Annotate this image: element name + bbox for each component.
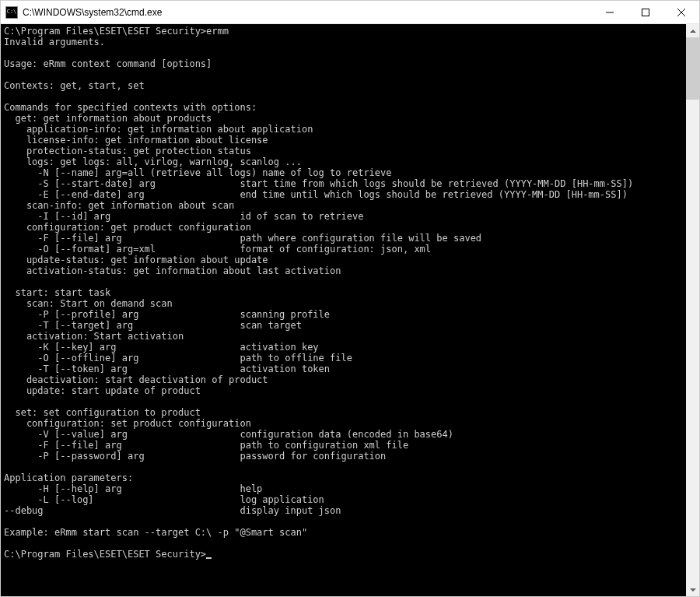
terminal-line: Contexts: get, start, set	[4, 80, 145, 91]
terminal-line: -T [--token] arg activation token	[4, 363, 330, 374]
terminal-line: protection-status: get protection status	[4, 146, 251, 156]
terminal-line: deactivation: start deactivation of prod…	[4, 374, 268, 385]
terminal-line: -F [--file] arg path to configuration xm…	[4, 440, 408, 451]
terminal-line: license-info: get information about lice…	[4, 135, 268, 146]
cmd-icon: C:\	[5, 6, 18, 19]
terminal-line: configuration: get product configuration	[4, 222, 251, 233]
terminal-line: -I [--id] arg id of scan to retrieve	[4, 211, 363, 222]
titlebar-left: C:\ C:\WINDOWS\system32\cmd.exe	[1, 6, 162, 19]
terminal-line: -O [--format] arg=xml format of configur…	[4, 244, 431, 255]
scroll-up-button[interactable]	[686, 24, 699, 37]
terminal-line: -O [--offline] arg path to offline file	[4, 353, 352, 363]
terminal-line: -N [--name] arg=all (retrieve all logs) …	[4, 167, 392, 178]
terminal-line: activation: Start activation	[4, 331, 184, 342]
window-title: C:\WINDOWS\system32\cmd.exe	[23, 7, 162, 18]
maximize-button[interactable]	[628, 1, 663, 24]
terminal-line: Usage: eRmm context command [options]	[4, 58, 212, 69]
svg-rect-1	[642, 9, 649, 16]
terminal-line: set: set configuration to product	[4, 407, 201, 418]
terminal-line: -F [--file] arg path where configuration…	[4, 233, 481, 244]
close-button[interactable]	[663, 1, 699, 24]
window-controls	[592, 1, 699, 24]
scroll-down-button[interactable]	[686, 583, 699, 596]
cursor	[206, 557, 212, 559]
scrollbar-thumb[interactable]	[686, 37, 699, 100]
prompt-line: C:\Program Files\ESET\ESET Security>	[4, 549, 206, 560]
terminal-line: -P [--password] arg password for configu…	[4, 451, 386, 462]
terminal-line: configuration: set product configuration	[4, 418, 251, 429]
terminal-line: -L [--log] log application	[4, 494, 324, 505]
terminal-line: application-info: get information about …	[4, 124, 313, 135]
terminal-line: scan-info: get information about scan	[4, 200, 234, 211]
terminal-line: Commands for specified contexts with opt…	[4, 102, 257, 113]
terminal-line: -K [--key] arg activation key	[4, 342, 319, 353]
minimize-button[interactable]	[592, 1, 628, 24]
terminal-line: update-status: get information about upd…	[4, 255, 268, 265]
terminal-line: logs: get logs: all, virlog, warnlog, sc…	[4, 156, 302, 167]
terminal-line: Invalid arguments.	[4, 37, 105, 47]
terminal-line: -H [--help] arg help	[4, 483, 262, 494]
terminal-line: start: start task	[4, 287, 110, 298]
chevron-down-icon	[690, 588, 696, 592]
terminal-line: scan: Start on demand scan	[4, 298, 173, 309]
cmd-icon-label: C:\	[7, 9, 17, 15]
terminal-line: update: start update of product	[4, 385, 201, 396]
terminal-line: -E [--end-date] arg end time until which…	[4, 189, 628, 200]
vertical-scrollbar[interactable]	[686, 24, 699, 596]
window-titlebar: C:\ C:\WINDOWS\system32\cmd.exe	[1, 1, 699, 24]
terminal-output[interactable]: C:\Program Files\ESET\ESET Security>ermm…	[1, 24, 686, 596]
minimize-icon	[606, 9, 614, 16]
terminal-line: --debug display input json	[4, 505, 341, 516]
terminal-line: -P [--profile] arg scanning profile	[4, 309, 330, 320]
terminal-line: activation-status: get information about…	[4, 265, 341, 276]
terminal-line: -V [--value] arg configuration data (enc…	[4, 429, 453, 440]
terminal-line: Example: eRmm start scan --target C:\ -p…	[4, 527, 307, 538]
chevron-up-icon	[690, 30, 696, 33]
close-icon	[677, 9, 685, 16]
terminal-line: -S [--start-date] arg start time from wh…	[4, 178, 633, 189]
terminal-line: C:\Program Files\ESET\ESET Security>ermm	[4, 26, 229, 37]
terminal-line: get: get information about products	[4, 113, 212, 124]
maximize-icon	[642, 9, 649, 16]
terminal-line: Application parameters:	[4, 472, 133, 483]
terminal-line: -T [--target] arg scan target	[4, 320, 302, 331]
terminal-wrapper: C:\Program Files\ESET\ESET Security>ermm…	[1, 24, 699, 596]
